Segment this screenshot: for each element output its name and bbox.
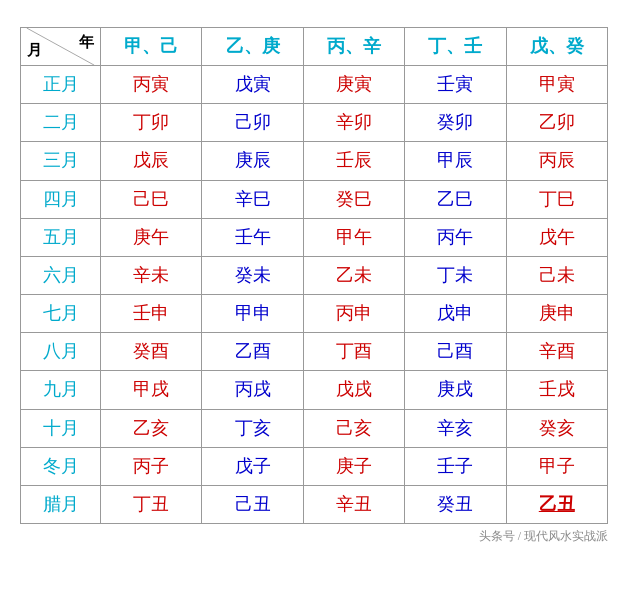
- data-cell: 己巳: [101, 180, 202, 218]
- data-cell: 己亥: [303, 409, 404, 447]
- table-row: 七月壬申甲申丙申戊申庚申: [21, 295, 608, 333]
- table-body: 正月丙寅戊寅庚寅壬寅甲寅二月丁卯己卯辛卯癸卯乙卯三月戊辰庚辰壬辰甲辰丙辰四月己巳…: [21, 65, 608, 523]
- table-row: 五月庚午壬午甲午丙午戊午: [21, 218, 608, 256]
- data-cell: 庚戌: [405, 371, 506, 409]
- data-cell: 庚子: [303, 447, 404, 485]
- header-row: 年 月 甲、己 乙、庚 丙、辛 丁、壬 戊、癸: [21, 27, 608, 65]
- data-cell: 丙戌: [202, 371, 303, 409]
- data-cell: 癸丑: [405, 486, 506, 524]
- table-row: 九月甲戌丙戌戊戌庚戌壬戌: [21, 371, 608, 409]
- table-row: 冬月丙子戊子庚子壬子甲子: [21, 447, 608, 485]
- col-header-5: 戊、癸: [506, 27, 607, 65]
- main-table: 年 月 甲、己 乙、庚 丙、辛 丁、壬 戊、癸 正月丙寅戊寅庚寅壬寅甲寅二月丁卯…: [20, 27, 608, 524]
- data-cell: 乙未: [303, 256, 404, 294]
- data-cell: 戊午: [506, 218, 607, 256]
- data-cell: 癸卯: [405, 104, 506, 142]
- data-cell: 甲辰: [405, 142, 506, 180]
- data-cell: 庚申: [506, 295, 607, 333]
- data-cell: 壬寅: [405, 65, 506, 103]
- data-cell: 庚午: [101, 218, 202, 256]
- data-cell: 丁未: [405, 256, 506, 294]
- data-cell: 壬申: [101, 295, 202, 333]
- data-cell: 癸未: [202, 256, 303, 294]
- watermark: 头条号 / 现代风水实战派: [20, 528, 608, 545]
- month-label: 月: [27, 40, 42, 61]
- month-cell: 四月: [21, 180, 101, 218]
- table-row: 十月乙亥丁亥己亥辛亥癸亥: [21, 409, 608, 447]
- month-cell: 五月: [21, 218, 101, 256]
- table-row: 四月己巳辛巳癸巳乙巳丁巳: [21, 180, 608, 218]
- data-cell: 庚寅: [303, 65, 404, 103]
- month-cell: 冬月: [21, 447, 101, 485]
- data-cell: 甲申: [202, 295, 303, 333]
- data-cell: 庚辰: [202, 142, 303, 180]
- data-cell: 丁巳: [506, 180, 607, 218]
- data-cell: 乙亥: [101, 409, 202, 447]
- month-cell: 腊月: [21, 486, 101, 524]
- data-cell: 甲午: [303, 218, 404, 256]
- data-cell: 丙寅: [101, 65, 202, 103]
- data-cell: 己丑: [202, 486, 303, 524]
- col-header-3: 丙、辛: [303, 27, 404, 65]
- data-cell: 丁卯: [101, 104, 202, 142]
- data-cell: 丙申: [303, 295, 404, 333]
- month-cell: 八月: [21, 333, 101, 371]
- month-cell: 七月: [21, 295, 101, 333]
- data-cell: 癸巳: [303, 180, 404, 218]
- data-cell: 壬午: [202, 218, 303, 256]
- data-cell: 己卯: [202, 104, 303, 142]
- data-cell: 戊戌: [303, 371, 404, 409]
- data-cell: 乙酉: [202, 333, 303, 371]
- month-cell: 二月: [21, 104, 101, 142]
- data-cell: 戊申: [405, 295, 506, 333]
- data-cell: 戊辰: [101, 142, 202, 180]
- corner-cell: 年 月: [21, 27, 101, 65]
- data-cell: 甲寅: [506, 65, 607, 103]
- data-cell: 辛酉: [506, 333, 607, 371]
- data-cell: 丁丑: [101, 486, 202, 524]
- month-cell: 正月: [21, 65, 101, 103]
- table-row: 腊月丁丑己丑辛丑癸丑乙丑: [21, 486, 608, 524]
- col-header-1: 甲、己: [101, 27, 202, 65]
- data-cell: 甲戌: [101, 371, 202, 409]
- data-cell: 丙午: [405, 218, 506, 256]
- data-cell: 己酉: [405, 333, 506, 371]
- data-cell: 丙子: [101, 447, 202, 485]
- month-cell: 十月: [21, 409, 101, 447]
- data-cell: 壬辰: [303, 142, 404, 180]
- data-cell: 辛巳: [202, 180, 303, 218]
- data-cell: 辛卯: [303, 104, 404, 142]
- data-cell: 辛亥: [405, 409, 506, 447]
- col-header-2: 乙、庚: [202, 27, 303, 65]
- data-cell: 壬戌: [506, 371, 607, 409]
- data-cell: 己未: [506, 256, 607, 294]
- col-header-4: 丁、壬: [405, 27, 506, 65]
- table-row: 二月丁卯己卯辛卯癸卯乙卯: [21, 104, 608, 142]
- data-cell: 乙丑: [506, 486, 607, 524]
- data-cell: 乙巳: [405, 180, 506, 218]
- data-cell: 辛丑: [303, 486, 404, 524]
- data-cell: 丁酉: [303, 333, 404, 371]
- table-row: 三月戊辰庚辰壬辰甲辰丙辰: [21, 142, 608, 180]
- data-cell: 辛未: [101, 256, 202, 294]
- data-cell: 壬子: [405, 447, 506, 485]
- data-cell: 丁亥: [202, 409, 303, 447]
- year-label: 年: [79, 32, 94, 53]
- table-row: 八月癸酉乙酉丁酉己酉辛酉: [21, 333, 608, 371]
- table-row: 正月丙寅戊寅庚寅壬寅甲寅: [21, 65, 608, 103]
- month-cell: 六月: [21, 256, 101, 294]
- data-cell: 戊寅: [202, 65, 303, 103]
- table-wrapper: 年 月 甲、己 乙、庚 丙、辛 丁、壬 戊、癸 正月丙寅戊寅庚寅壬寅甲寅二月丁卯…: [0, 17, 628, 575]
- data-cell: 丙辰: [506, 142, 607, 180]
- month-cell: 九月: [21, 371, 101, 409]
- data-cell: 癸亥: [506, 409, 607, 447]
- data-cell: 癸酉: [101, 333, 202, 371]
- month-cell: 三月: [21, 142, 101, 180]
- data-cell: 乙卯: [506, 104, 607, 142]
- data-cell: 甲子: [506, 447, 607, 485]
- data-cell: 戊子: [202, 447, 303, 485]
- table-row: 六月辛未癸未乙未丁未己未: [21, 256, 608, 294]
